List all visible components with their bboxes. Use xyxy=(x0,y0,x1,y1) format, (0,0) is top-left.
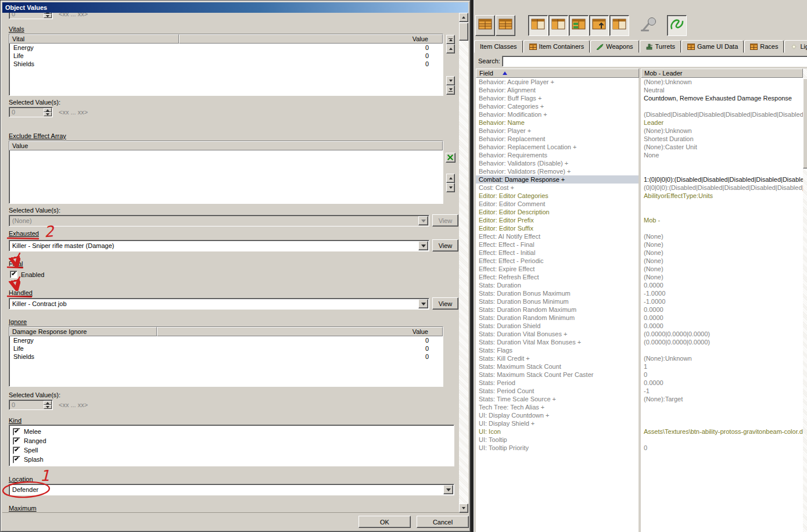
field-cell[interactable]: Effect: Effect - Initial xyxy=(476,249,639,257)
search-input[interactable] xyxy=(502,56,807,67)
value-cell[interactable]: (None):Unknown xyxy=(641,354,803,362)
ignore-label[interactable]: Ignore xyxy=(9,318,27,325)
value-cell[interactable]: -1.0000 xyxy=(641,289,803,297)
field-cell[interactable]: UI: Tooltip Priority xyxy=(476,444,639,452)
catalog-table-button[interactable] xyxy=(475,15,495,36)
exclude-view-button[interactable]: View xyxy=(432,214,458,227)
tab-weapons[interactable]: Weapons xyxy=(590,40,639,53)
tab-races[interactable]: Races xyxy=(744,40,784,53)
exclude-selected-dropdown[interactable]: (None) xyxy=(9,215,429,227)
melee-checkbox[interactable] xyxy=(13,428,20,436)
ignore-selected-spinner[interactable]: 0 xyxy=(9,400,53,410)
value-cell[interactable]: (None):Unknown xyxy=(641,78,803,86)
field-cell[interactable]: Editor: Editor Categories xyxy=(476,192,639,200)
lamp-button[interactable] xyxy=(636,15,663,36)
field-column-header[interactable]: Field xyxy=(476,69,639,78)
value-cell[interactable] xyxy=(641,167,803,175)
field-cell[interactable]: Editor: Editor Suffix xyxy=(476,224,639,232)
dialog-scrollbar[interactable] xyxy=(459,13,468,513)
spin-down-button[interactable] xyxy=(44,112,52,116)
field-cell[interactable]: UI: Display Countdown + xyxy=(476,411,639,419)
field-cell[interactable]: Behavior: Validators (Remove) + xyxy=(476,167,639,175)
spin-down-button[interactable] xyxy=(44,405,52,409)
value-cell[interactable]: 0 xyxy=(641,444,803,452)
field-cell[interactable]: Stats: Duration Bonus Minimum xyxy=(476,297,639,305)
value-cell[interactable]: Assets\Textures\btn-ability-protoss-grav… xyxy=(641,427,803,436)
value-cell[interactable]: 0.0000 xyxy=(641,322,803,330)
field-cell[interactable]: UI: Icon xyxy=(476,427,639,436)
cancel-button[interactable]: Cancel xyxy=(417,516,469,528)
value-cell[interactable] xyxy=(641,411,803,419)
value-cell[interactable] xyxy=(641,436,803,444)
value-cell[interactable]: Shortest Duration xyxy=(641,135,803,143)
field-cell[interactable]: Stats: Duration Vital Max Bonuses + xyxy=(476,338,639,346)
field-cell[interactable]: Stats: Duration Bonus Maximum xyxy=(476,289,639,297)
value-cell[interactable]: (None):Target xyxy=(641,395,803,403)
scroll-up-button[interactable] xyxy=(459,13,468,22)
value-cell[interactable]: (None) xyxy=(641,249,803,257)
dropdown-button[interactable] xyxy=(443,485,453,494)
value-cell[interactable]: (None) xyxy=(641,273,803,281)
ignore-row[interactable]: Life0 xyxy=(9,344,443,353)
value-cell[interactable]: (None):Caster Unit xyxy=(641,143,803,151)
kind-option-spell[interactable]: Spell xyxy=(9,445,454,455)
value-cell[interactable] xyxy=(641,419,803,427)
value-cell[interactable]: 1 xyxy=(641,362,803,371)
field-cell[interactable]: Stats: Duration Random Maximum xyxy=(476,305,639,314)
handled-view-button[interactable]: View xyxy=(432,297,458,310)
view-raw-button[interactable] xyxy=(569,15,589,36)
splash-checkbox[interactable] xyxy=(13,456,20,463)
ignore-row[interactable]: Energy0 xyxy=(9,336,443,344)
value-cell[interactable] xyxy=(641,224,803,232)
field-cell[interactable]: Effect: Effect - Final xyxy=(476,240,639,249)
field-cell[interactable]: Effect: Effect - Periodic xyxy=(476,257,639,265)
enabled-checkbox[interactable] xyxy=(10,271,17,278)
exhausted-dropdown[interactable]: Killer - Sniper rifle master (Damage) xyxy=(9,240,429,251)
value-cell[interactable]: AbilityorEffectType:Units xyxy=(641,192,803,200)
field-cell[interactable]: Stats: Duration Random Minimum xyxy=(476,314,639,322)
dropdown-button[interactable] xyxy=(418,216,428,225)
field-cell[interactable]: Effect: AI Notify Effect xyxy=(476,232,639,240)
field-cell[interactable]: Stats: Time Scale Source + xyxy=(476,395,639,403)
value-cell[interactable] xyxy=(641,208,803,216)
spin-up-button[interactable] xyxy=(44,401,52,405)
kind-label[interactable]: Kind xyxy=(9,417,21,424)
field-cell[interactable]: Cost: Cost + xyxy=(476,184,639,192)
move-up-button[interactable] xyxy=(446,44,455,53)
field-cell[interactable]: Stats: Maximum Stack Count Per Caster xyxy=(476,371,639,379)
tab-item-classes[interactable]: Item Classes xyxy=(474,40,523,53)
table-scrollbar[interactable] xyxy=(803,69,807,532)
field-cell[interactable]: Stats: Maximum Stack Count xyxy=(476,362,639,371)
field-cell[interactable]: Effect: Expire Effect xyxy=(476,265,639,273)
field-cell[interactable]: Editor: Editor Description xyxy=(476,208,639,216)
field-cell[interactable]: Behavior: Categories + xyxy=(476,102,639,110)
spell-checkbox[interactable] xyxy=(13,447,20,454)
kind-option-splash[interactable]: Splash xyxy=(9,455,454,464)
field-cell[interactable]: UI: Tooltip xyxy=(476,436,639,444)
exhausted-view-button[interactable]: View xyxy=(432,239,458,251)
value-cell[interactable] xyxy=(641,403,803,411)
move-to-bottom-button[interactable] xyxy=(446,85,455,95)
spin-down-button[interactable] xyxy=(44,14,52,18)
value-cell[interactable]: (0.0000|0.0000|0.0000) xyxy=(641,338,803,346)
value-cell[interactable]: (None) xyxy=(641,232,803,240)
value-cell[interactable] xyxy=(641,102,803,110)
value-cell[interactable]: (0.0000|0.0000|0.0000) xyxy=(641,330,803,338)
value-cell[interactable]: (Disabled|Disabled|Disabled|Disabled|Dis… xyxy=(641,110,803,118)
value-cell[interactable]: -1 xyxy=(641,387,803,395)
handled-label[interactable]: Handled xyxy=(9,289,33,296)
tab-item-containers[interactable]: Item Containers xyxy=(523,40,590,53)
dropdown-button[interactable] xyxy=(418,241,428,250)
ignore-column-header[interactable]: Damage Response Ignore xyxy=(9,327,157,336)
kind-option-melee[interactable]: Melee xyxy=(9,427,454,436)
value-cell[interactable]: (None) xyxy=(641,257,803,265)
vitals-label[interactable]: Vitals xyxy=(9,26,24,33)
vital-row[interactable]: Life0 xyxy=(9,52,443,60)
value-cell[interactable]: Countdown, Remove Exhausted Damage Respo… xyxy=(641,94,803,102)
value-cell[interactable]: (None) xyxy=(641,240,803,249)
vitals-column-header-value[interactable]: Value xyxy=(179,34,443,44)
vitals-column-header-vital[interactable]: Vital xyxy=(9,34,179,44)
location-dropdown[interactable]: Defender xyxy=(9,484,454,495)
move-to-top-button[interactable] xyxy=(446,35,455,44)
value-cell[interactable]: 0.0000 xyxy=(641,305,803,314)
